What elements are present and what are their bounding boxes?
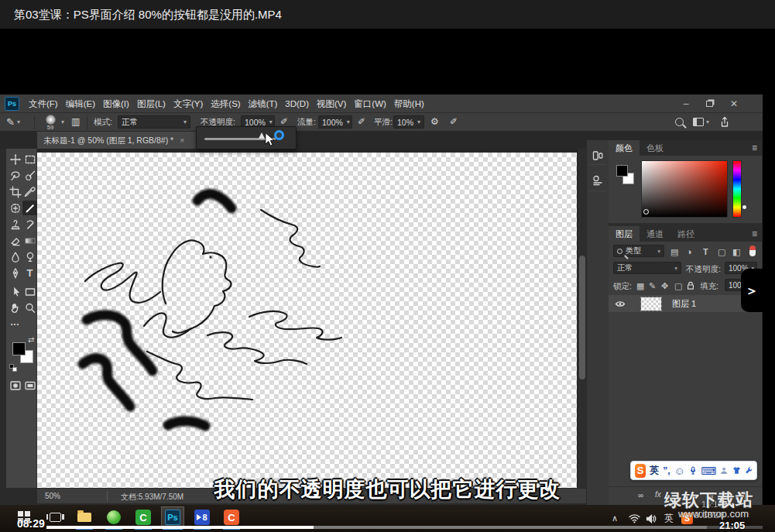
menu-edit[interactable]: 编辑(E) [62, 94, 99, 113]
microphone-icon[interactable] [689, 465, 697, 476]
shape-tool[interactable] [22, 284, 37, 299]
menu-type[interactable]: 文字(Y) [170, 94, 207, 113]
visibility-eye-icon[interactable] [615, 300, 626, 308]
eraser-tool[interactable] [8, 233, 22, 248]
dodge-tool[interactable] [22, 249, 37, 264]
screen-mode-button[interactable] [22, 378, 37, 393]
marquee-tool[interactable] [22, 152, 37, 166]
edit-toolbar-icon[interactable]: ••• [8, 317, 22, 331]
sogou-logo-icon[interactable]: S [635, 464, 646, 478]
camtasia-orange-button[interactable]: C [220, 506, 243, 528]
smoothing-select[interactable]: 10% ▾ [393, 115, 424, 129]
photoshop-taskbar-button[interactable]: Ps [161, 506, 184, 528]
close-button[interactable]: ✕ [723, 94, 745, 113]
opacity-slider-handle[interactable] [259, 132, 265, 139]
blur-tool[interactable] [8, 249, 22, 264]
menu-select[interactable]: 选择(S) [207, 94, 244, 113]
task-view-button[interactable] [43, 506, 67, 528]
airbrush-icon[interactable]: ✐ [358, 116, 365, 127]
history-brush-tool[interactable] [22, 217, 37, 232]
input-language-toggle[interactable]: 英 [650, 464, 659, 477]
tab-paths[interactable]: 路径 [670, 226, 701, 242]
hue-slider[interactable] [732, 160, 742, 218]
menu-view[interactable]: 视图(V) [313, 94, 350, 113]
history-panel-icon[interactable] [589, 146, 606, 165]
green-app-button[interactable] [102, 506, 125, 528]
camtasia-green-button[interactable]: C [132, 506, 155, 528]
quick-mask-button[interactable] [8, 378, 22, 393]
type-tool[interactable]: T [22, 266, 37, 280]
blend-mode-select[interactable]: 正常 ▾ [613, 262, 681, 274]
filter-adjustment-icon[interactable]: ◑ [687, 246, 692, 257]
path-selection-tool[interactable] [8, 284, 22, 299]
saturation-picker[interactable] [641, 160, 728, 218]
search-icon[interactable] [675, 118, 684, 126]
brush-preset-picker[interactable]: 59 [40, 114, 60, 130]
file-explorer-button[interactable] [73, 506, 96, 528]
brush-panel-toggle-icon[interactable]: ▥ [71, 116, 80, 127]
menu-filter[interactable]: 滤镜(T) [245, 94, 282, 113]
tab-channels[interactable]: 通道 [640, 226, 670, 242]
healing-brush-tool[interactable] [8, 201, 22, 215]
lock-transparency-icon[interactable]: ▦ [636, 280, 644, 291]
layer-thumbnail[interactable] [641, 297, 661, 311]
video-progress-track[interactable] [46, 526, 763, 529]
gradient-tool[interactable] [22, 233, 37, 248]
gear-icon[interactable]: ⚙ [430, 116, 439, 127]
tab-swatches[interactable]: 色板 [640, 140, 670, 156]
hue-slider-handle[interactable] [742, 205, 746, 209]
lock-pixels-icon[interactable]: ✎ [649, 280, 656, 291]
panel-menu-icon[interactable]: ≡ [752, 140, 762, 156]
lock-all-icon[interactable] [686, 281, 695, 290]
canvas[interactable] [37, 153, 577, 488]
menu-window[interactable]: 窗口(W) [350, 94, 390, 113]
minimize-button[interactable]: – [675, 94, 697, 113]
filter-image-icon[interactable]: ▤ [670, 246, 678, 257]
lasso-tool[interactable] [8, 168, 22, 183]
lock-position-icon[interactable]: ✥ [661, 280, 668, 291]
skin-shirt-icon[interactable] [732, 465, 741, 475]
emoji-icon[interactable]: ☺ [674, 465, 685, 477]
menu-layer[interactable]: 图层(L) [133, 94, 170, 113]
quick-selection-tool[interactable] [22, 168, 37, 183]
swap-colors-icon[interactable]: ⇄ [28, 335, 34, 344]
fg-swatch-small[interactable] [616, 165, 628, 177]
share-icon[interactable] [718, 116, 731, 129]
pressure-opacity-icon[interactable]: ✐ [280, 116, 288, 127]
menu-help[interactable]: 帮助(H) [390, 94, 428, 113]
panel-menu-icon[interactable]: ≡ [752, 226, 762, 242]
crop-tool[interactable] [8, 184, 22, 199]
chevron-down-icon[interactable]: ▾ [61, 118, 64, 125]
move-tool[interactable] [8, 152, 22, 166]
tab-close-icon[interactable]: × [180, 132, 184, 149]
brush-tool-selected[interactable] [22, 201, 37, 215]
eyedropper-tool[interactable] [22, 184, 37, 199]
filter-type-icon[interactable]: T [703, 246, 708, 257]
menu-file[interactable]: 文件(F) [25, 94, 62, 113]
properties-panel-icon[interactable] [589, 170, 606, 191]
restore-button[interactable] [698, 94, 720, 113]
keyboard-icon[interactable]: ⌨ [701, 465, 716, 477]
layer-filter-select[interactable]: 类型 ▾ [613, 245, 664, 257]
account-icon[interactable] [720, 465, 728, 475]
scrollbar-thumb[interactable] [579, 256, 585, 379]
menu-image[interactable]: 图像(I) [99, 94, 133, 113]
hand-tool[interactable] [8, 300, 22, 315]
layer-name[interactable]: 图层 1 [672, 298, 696, 310]
media8-button[interactable]: 8 [190, 506, 214, 528]
flow-select[interactable]: 100% ▾ [318, 115, 352, 129]
filter-shape-icon[interactable]: ▢ [718, 246, 725, 257]
lock-artboard-icon[interactable]: ▢ [674, 280, 682, 291]
menu-3d[interactable]: 3D(D) [281, 94, 313, 113]
expand-panel-tab[interactable]: ＞ [741, 269, 763, 312]
filter-smart-object-icon[interactable]: ◧ [732, 246, 740, 257]
pen-tool[interactable] [8, 266, 22, 280]
punctuation-icon[interactable]: ”, [663, 465, 670, 476]
workspace-switcher-icon[interactable] [693, 118, 704, 126]
vertical-scrollbar[interactable] [577, 149, 586, 488]
filter-toggle-switch[interactable] [749, 245, 756, 256]
brush-pressure-size-icon[interactable]: ✐ [450, 116, 458, 127]
zoom-tool[interactable] [22, 300, 37, 315]
layer-row[interactable]: 图层 1 [609, 295, 762, 312]
tool-preset-picker[interactable]: ✎ ▾ [6, 113, 20, 131]
